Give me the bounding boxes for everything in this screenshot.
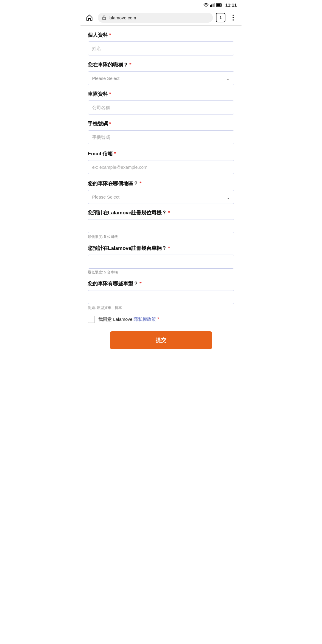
required-star-4: * xyxy=(109,121,111,127)
wifi-icon xyxy=(203,3,209,7)
region-select[interactable]: Please Select xyxy=(88,190,234,204)
required-star-7: * xyxy=(168,210,170,216)
url-text: lalamove.com xyxy=(109,15,136,20)
region-section: 您的車隊在哪個地區？ * Please Select ⌄ xyxy=(88,180,234,204)
role-select[interactable]: Please Select xyxy=(88,71,234,85)
required-star-6: * xyxy=(140,181,142,187)
required-star-3: * xyxy=(109,91,111,97)
vehicle-types-label: 您的車隊有哪些車型？ * xyxy=(88,280,234,287)
required-star-5: * xyxy=(114,151,116,157)
status-bar: 11:11 xyxy=(80,0,242,10)
email-input[interactable] xyxy=(88,160,234,174)
email-section: Email 信箱 * xyxy=(88,150,234,179)
vehicles-count-section: 您預計在Lalamove註冊幾台車輛？ * 最低限度: 5 台車輛 xyxy=(88,245,234,275)
personal-info-label: 個人資料 * xyxy=(88,32,234,38)
vehicles-count-input[interactable] xyxy=(88,255,234,269)
phone-label: 手機號碼 * xyxy=(88,120,234,127)
drivers-count-label: 您預計在Lalamove註冊幾位司機？ * xyxy=(88,209,234,216)
phone-section: 手機號碼 * xyxy=(88,120,234,150)
vehicle-types-input[interactable] xyxy=(88,290,234,304)
browser-menu-button[interactable] xyxy=(228,13,238,22)
role-section: 您在車隊的職稱？ * Please Select ⌄ xyxy=(88,61,234,85)
fleet-info-section: 車隊資料 * xyxy=(88,91,234,120)
vehicles-count-label: 您預計在Lalamove註冊幾台車輛？ * xyxy=(88,245,234,252)
submit-button[interactable]: 提交 xyxy=(110,331,212,349)
browser-bar: lalamove.com 1 xyxy=(80,10,242,26)
battery-icon xyxy=(216,3,222,7)
lock-icon xyxy=(102,15,106,20)
privacy-row: 我同意 Lalamove 隱私權政策 * xyxy=(88,316,234,323)
vehicle-types-hint: 例如: 廂型貨車、貨車 xyxy=(88,305,234,310)
form-container: 個人資料 * 您在車隊的職稱？ * Please Select ⌄ 車隊資料 *… xyxy=(80,26,242,361)
svg-rect-3 xyxy=(213,4,213,7)
required-star-2: * xyxy=(129,62,131,68)
name-input[interactable] xyxy=(88,41,234,55)
privacy-checkbox[interactable] xyxy=(88,316,95,323)
svg-rect-7 xyxy=(103,17,106,20)
company-input[interactable] xyxy=(88,100,234,114)
required-star-1: * xyxy=(109,32,111,38)
email-label: Email 信箱 * xyxy=(88,150,234,157)
drivers-count-input[interactable] xyxy=(88,219,234,233)
personal-info-section: 個人資料 * xyxy=(88,32,234,61)
time-display: 11:11 xyxy=(225,2,237,7)
svg-point-0 xyxy=(205,6,207,7)
region-label: 您的車隊在哪個地區？ * xyxy=(88,180,234,187)
privacy-label: 我同意 Lalamove 隱私權政策 * xyxy=(98,316,159,322)
home-button[interactable] xyxy=(84,12,95,23)
svg-rect-6 xyxy=(216,4,220,6)
address-bar[interactable]: lalamove.com xyxy=(98,13,213,23)
drivers-count-section: 您預計在Lalamove註冊幾位司機？ * 最低限度: 5 位司機 xyxy=(88,209,234,239)
status-icons xyxy=(203,3,222,7)
phone-input[interactable] xyxy=(88,130,234,144)
drivers-count-hint: 最低限度: 5 位司機 xyxy=(88,234,234,239)
tab-count-button[interactable]: 1 xyxy=(216,13,225,22)
required-star-9: * xyxy=(140,281,142,287)
required-star-8: * xyxy=(168,245,170,251)
role-select-wrapper: Please Select ⌄ xyxy=(88,71,234,85)
required-star-privacy: * xyxy=(157,316,160,322)
vehicles-count-hint: 最低限度: 5 台車輛 xyxy=(88,270,234,275)
role-label: 您在車隊的職稱？ * xyxy=(88,61,234,68)
signal-icon xyxy=(210,3,215,7)
svg-rect-4 xyxy=(214,3,215,7)
privacy-policy-link[interactable]: 隱私權政策 xyxy=(134,317,156,322)
svg-rect-2 xyxy=(211,4,212,7)
vehicle-types-section: 您的車隊有哪些車型？ * 例如: 廂型貨車、貨車 xyxy=(88,280,234,310)
svg-rect-1 xyxy=(210,5,211,7)
fleet-info-label: 車隊資料 * xyxy=(88,91,234,97)
region-select-wrapper: Please Select ⌄ xyxy=(88,190,234,204)
